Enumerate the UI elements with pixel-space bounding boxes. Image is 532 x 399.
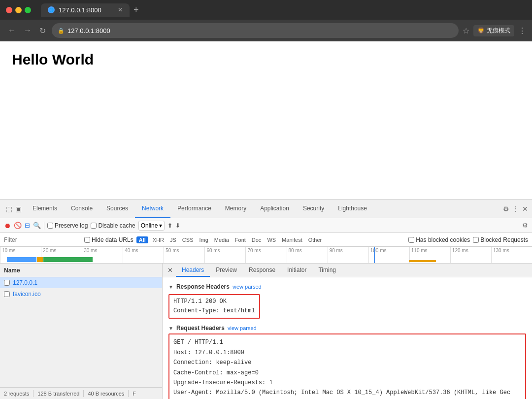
requests-count: 2 requests — [4, 391, 29, 397]
response-headers-section-header: ▼ Response Headers view parsed — [168, 283, 526, 290]
file-checkbox-2[interactable] — [4, 291, 10, 297]
filter-all-button[interactable]: All — [136, 236, 148, 243]
filter-ws-button[interactable]: WS — [266, 236, 277, 243]
tab-elements[interactable]: Elements — [26, 200, 64, 218]
minimize-button[interactable] — [15, 7, 22, 13]
disable-cache-checkbox[interactable] — [91, 223, 97, 229]
blocked-requests-checkbox[interactable] — [473, 237, 479, 243]
has-blocked-cookies-label[interactable]: Has blocked cookies — [408, 236, 470, 243]
search-icon[interactable]: 🔍 — [33, 222, 41, 229]
detail-tabs: ✕ Headers Preview Response Initiator Tim… — [163, 264, 532, 277]
close-button[interactable] — [6, 7, 12, 13]
preserve-log-checkbox[interactable] — [47, 223, 53, 229]
tab-performance[interactable]: Performance — [170, 200, 218, 218]
bookmark-icon[interactable]: ☆ — [463, 26, 469, 35]
network-main: Name 127.0.0.1 favicon.ico 2 requests 12… — [0, 264, 532, 399]
detail-tab-preview[interactable]: Preview — [210, 264, 243, 277]
has-blocked-cookies-text: Has blocked cookies — [416, 236, 470, 243]
close-devtools-icon[interactable]: ✕ — [522, 205, 528, 213]
tab-title: 127.0.0.1:8000 — [59, 6, 101, 14]
incognito-button[interactable]: 🦁 无痕模式 — [473, 25, 514, 36]
hide-data-urls-text: Hide data URLs — [92, 236, 133, 243]
tab-lighthouse[interactable]: Lighthouse — [331, 200, 374, 218]
detail-tab-initiator[interactable]: Initiator — [281, 264, 312, 277]
status-divider-1 — [33, 390, 33, 397]
filter-img-button[interactable]: Img — [198, 236, 209, 243]
tick-60ms: 60 ms — [204, 247, 245, 263]
menu-button[interactable]: ⋮ — [518, 26, 526, 35]
devtools-icons: ⬚ ▣ — [2, 200, 26, 218]
hide-data-urls-checkbox[interactable] — [84, 237, 90, 243]
detail-tab-timing[interactable]: Timing — [312, 264, 342, 277]
new-tab-button[interactable]: + — [132, 5, 141, 15]
browser-toolbar: ← → ↻ 🔒 127.0.0.1:8000 ☆ 🦁 无痕模式 ⋮ — [0, 20, 532, 41]
tab-application[interactable]: Application — [253, 200, 296, 218]
forward-button[interactable]: → — [22, 24, 33, 37]
filter-xhr-button[interactable]: XHR — [151, 236, 166, 243]
filter-font-button[interactable]: Font — [233, 236, 247, 243]
req-line-6: User-Agent: Mozilla/5.0 (Macintosh; Inte… — [173, 388, 521, 398]
devtools-panel: ⬚ ▣ Elements Console Sources Network Per… — [0, 199, 532, 399]
inspector-icon[interactable]: ▣ — [15, 205, 22, 213]
file-checkbox-1[interactable] — [4, 280, 10, 286]
tick-120ms: 120 ms — [450, 247, 491, 263]
filter-manifest-button[interactable]: Manifest — [280, 236, 304, 243]
request-headers-section-header: ▼ Request Headers view parsed — [168, 325, 526, 332]
preserve-log-checkbox-label[interactable]: Preserve log — [47, 222, 88, 229]
address-bar[interactable]: 🔒 127.0.0.1:8000 — [52, 23, 459, 38]
maximize-button[interactable] — [25, 7, 31, 13]
clear-icon[interactable]: 🚫 — [14, 222, 22, 229]
req-line-1: GET / HTTP/1.1 — [173, 337, 521, 347]
back-button[interactable]: ← — [6, 24, 18, 37]
tab-sources[interactable]: Sources — [100, 200, 135, 218]
detail-tab-headers[interactable]: Headers — [176, 264, 210, 277]
tab-security[interactable]: Security — [296, 200, 331, 218]
req-line-4: Cache-Control: max-age=0 — [173, 368, 521, 378]
tick-40ms: 40 ms — [123, 247, 164, 263]
upload-icon[interactable]: ⬆ — [167, 222, 172, 229]
filter-input[interactable] — [4, 236, 78, 243]
detail-content: ▼ Response Headers view parsed HTTP/1.1 … — [163, 277, 532, 399]
throttle-dropdown[interactable]: Online ▾ — [138, 221, 165, 231]
cursor-icon[interactable]: ⬚ — [6, 205, 12, 213]
record-icon[interactable]: ⏺ — [4, 222, 11, 230]
status-divider-3 — [128, 390, 129, 397]
view-parsed-1[interactable]: view parsed — [233, 284, 262, 290]
filter-icon[interactable]: ⊟ — [25, 222, 30, 229]
tab-console[interactable]: Console — [64, 200, 100, 218]
more-options-icon[interactable]: ⋮ — [512, 205, 519, 213]
filter-media-button[interactable]: Media — [213, 236, 231, 243]
blocked-requests-label[interactable]: Blocked Requests — [473, 236, 528, 243]
view-parsed-2[interactable]: view parsed — [228, 325, 257, 331]
detail-close-button[interactable]: ✕ — [165, 264, 176, 277]
browser-tab[interactable]: 🌐 127.0.0.1:8000 ✕ — [41, 3, 130, 17]
disable-cache-checkbox-label[interactable]: Disable cache — [91, 222, 135, 229]
has-blocked-cookies-checkbox[interactable] — [408, 237, 414, 243]
filter-js-button[interactable]: JS — [168, 236, 178, 243]
timeline-bar-blue — [7, 257, 36, 262]
tab-memory[interactable]: Memory — [218, 200, 253, 218]
download-icon[interactable]: ⬇ — [175, 222, 180, 229]
status-bar: 2 requests 128 B transferred 40 B resour… — [0, 387, 162, 399]
req-line-2: Host: 127.0.0.1:8000 — [173, 348, 521, 358]
response-headers-triangle[interactable]: ▼ — [168, 284, 173, 290]
filter-css-button[interactable]: CSS — [181, 236, 195, 243]
list-item[interactable]: favicon.ico — [0, 289, 162, 300]
tab-network[interactable]: Network — [135, 200, 170, 218]
settings-icon[interactable]: ⚙ — [503, 205, 509, 213]
resources-size: 40 B resources — [88, 391, 124, 397]
devtools-right-icons: ⚙ ⋮ ✕ — [503, 200, 532, 218]
filter-other-button[interactable]: Other — [307, 236, 324, 243]
preserve-log-label: Preserve log — [55, 222, 88, 229]
filter-doc-button[interactable]: Doc — [250, 236, 263, 243]
hide-data-urls-label[interactable]: Hide data URLs — [84, 236, 133, 243]
tab-close-button[interactable]: ✕ — [118, 6, 123, 13]
page-content: Hello World — [0, 41, 532, 199]
list-item[interactable]: 127.0.0.1 — [0, 277, 162, 289]
network-settings-icon[interactable]: ⚙ — [522, 222, 528, 229]
request-headers-triangle[interactable]: ▼ — [168, 326, 173, 331]
reload-button[interactable]: ↻ — [37, 24, 48, 37]
response-headers-label: Response Headers — [176, 283, 230, 290]
detail-tab-response[interactable]: Response — [243, 264, 281, 277]
timeline-marker — [409, 260, 436, 262]
